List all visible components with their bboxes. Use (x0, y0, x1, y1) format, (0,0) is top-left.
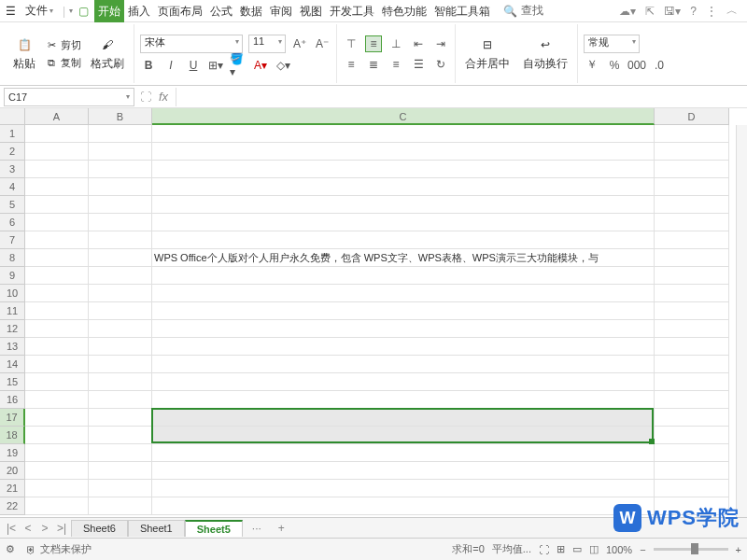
new-doc-icon[interactable]: ▢ (78, 5, 89, 18)
cell-C1[interactable] (152, 125, 655, 143)
cell-D10[interactable] (655, 285, 729, 302)
ribbon-tab-special[interactable]: 特色功能 (378, 0, 430, 22)
cell-B3[interactable] (89, 161, 152, 178)
cell-C12[interactable] (152, 320, 655, 338)
cell-D11[interactable] (655, 302, 729, 320)
cell-C13[interactable] (152, 338, 655, 356)
row-header-16[interactable]: 16 (0, 391, 25, 409)
cell-A4[interactable] (25, 178, 89, 196)
cell-C10[interactable] (152, 285, 655, 302)
row-header-11[interactable]: 11 (0, 302, 25, 320)
view-page-icon[interactable]: ▭ (572, 543, 582, 555)
cell-D8[interactable] (655, 249, 729, 267)
border-button[interactable]: ⊞▾ (207, 57, 224, 74)
merge-center-button[interactable]: ⊟ 合并居中 (461, 34, 514, 74)
sheet-tab-Sheet6[interactable]: Sheet6 (71, 520, 128, 537)
name-box[interactable]: C17 ▾ (4, 88, 134, 106)
row-header-7[interactable]: 7 (0, 231, 25, 249)
fill-color-button[interactable]: 🪣▾ (230, 57, 247, 74)
increase-indent-button[interactable]: ⇥ (432, 35, 449, 52)
align-top-button[interactable]: ⊤ (343, 35, 359, 52)
cell-C11[interactable] (152, 302, 655, 320)
cell-A18[interactable] (25, 427, 89, 444)
cell-B20[interactable] (89, 462, 152, 480)
sheet-last-button[interactable]: >| (54, 522, 69, 535)
cell-B21[interactable] (89, 480, 152, 497)
fx-label[interactable]: fx (159, 90, 168, 104)
cell-A15[interactable] (25, 373, 89, 391)
history-dropdown[interactable]: ▾ (69, 7, 73, 15)
justify-button[interactable]: ☰ (410, 56, 427, 73)
cell-B13[interactable] (89, 338, 152, 356)
row-header-8[interactable]: 8 (0, 249, 25, 267)
row-header-1[interactable]: 1 (0, 125, 25, 143)
row-header-13[interactable]: 13 (0, 338, 25, 356)
spreadsheet-grid[interactable]: ABCD 12345678910111213141516171819202122… (0, 108, 747, 517)
cell-A6[interactable] (25, 214, 89, 231)
cell-D9[interactable] (655, 267, 729, 285)
hamburger-icon[interactable]: ☰ (2, 5, 20, 18)
cell-A7[interactable] (25, 231, 89, 249)
cell-B16[interactable] (89, 391, 152, 409)
cell-D5[interactable] (655, 196, 729, 214)
row-header-22[interactable]: 22 (0, 497, 25, 515)
cell-A16[interactable] (25, 391, 89, 409)
cell-D6[interactable] (655, 214, 729, 231)
cell-B2[interactable] (89, 143, 152, 161)
font-name-select[interactable]: 宋体 (140, 35, 243, 53)
cell-C22[interactable] (152, 497, 655, 515)
cell-D12[interactable] (655, 320, 729, 338)
cut-button[interactable]: ✂ 剪切 (45, 38, 81, 52)
zoom-out-button[interactable]: − (640, 544, 645, 555)
cell-A8[interactable] (25, 249, 89, 267)
cell-C6[interactable] (152, 214, 655, 231)
cell-A1[interactable] (25, 125, 89, 143)
cell-B15[interactable] (89, 373, 152, 391)
italic-button[interactable]: I (162, 57, 179, 74)
cell-A19[interactable] (25, 444, 89, 462)
cell-B7[interactable] (89, 231, 152, 249)
cell-C3[interactable] (152, 161, 655, 178)
ribbon-tab-insert[interactable]: 插入 (124, 0, 154, 22)
row-header-6[interactable]: 6 (0, 214, 25, 231)
view-normal-icon[interactable]: ⊞ (557, 543, 565, 555)
zoom-in-button[interactable]: + (736, 544, 741, 555)
cell-A5[interactable] (25, 196, 89, 214)
row-header-20[interactable]: 20 (0, 462, 25, 480)
cell-B18[interactable] (89, 427, 152, 444)
paste-button[interactable]: 📋 粘贴 (9, 34, 39, 74)
underline-button[interactable]: U (185, 57, 202, 74)
comma-style-button[interactable]: 000 (628, 57, 645, 74)
more-icon[interactable]: ⋮ (706, 5, 717, 18)
cell-A14[interactable] (25, 356, 89, 373)
sheet-more-button[interactable]: ··· (245, 522, 269, 535)
cell-D13[interactable] (655, 338, 729, 356)
cell-B8[interactable] (89, 249, 152, 267)
collapse-ribbon-icon[interactable]: ︿ (726, 3, 738, 19)
cell-D2[interactable] (655, 143, 729, 161)
percent-button[interactable]: % (606, 57, 623, 74)
cell-C18[interactable] (152, 427, 655, 444)
cell-D14[interactable] (655, 356, 729, 373)
expand-formula-icon[interactable]: ⛶ (140, 91, 151, 104)
column-header-A[interactable]: A (25, 108, 89, 125)
save-icon[interactable]: 🖫▾ (664, 5, 681, 18)
row-header-3[interactable]: 3 (0, 161, 25, 178)
cell-C9[interactable] (152, 267, 655, 285)
sheet-tab-Sheet1[interactable]: Sheet1 (128, 520, 185, 537)
row-header-4[interactable]: 4 (0, 178, 25, 196)
view-split-icon[interactable]: ◫ (589, 543, 599, 555)
cell-D4[interactable] (655, 178, 729, 196)
cell-B9[interactable] (89, 267, 152, 285)
sheet-next-button[interactable]: > (37, 522, 52, 535)
cell-A22[interactable] (25, 497, 89, 515)
column-header-C[interactable]: C (152, 108, 655, 125)
cell-D16[interactable] (655, 391, 729, 409)
ribbon-tab-page-layout[interactable]: 页面布局 (154, 0, 206, 22)
row-header-9[interactable]: 9 (0, 267, 25, 285)
row-header-5[interactable]: 5 (0, 196, 25, 214)
row-header-21[interactable]: 21 (0, 480, 25, 497)
cell-A20[interactable] (25, 462, 89, 480)
vertical-scrollbar[interactable] (736, 125, 747, 517)
cell-C14[interactable] (152, 356, 655, 373)
